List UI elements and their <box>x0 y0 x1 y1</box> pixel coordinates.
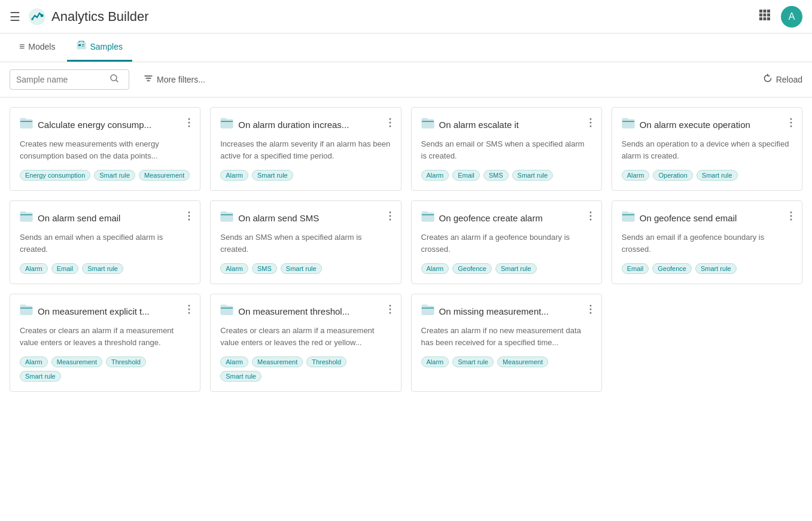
svg-point-1 <box>41 14 44 17</box>
card-header: On geofence create alarm <box>421 211 592 226</box>
card-description: Sends an email or SMS when a specified a… <box>421 138 592 162</box>
tag: Alarm <box>20 357 48 367</box>
svg-rect-5 <box>767 10 770 13</box>
filter-button[interactable]: More filters... <box>136 70 212 89</box>
card-description: Creates an alarm if a geofence boundary … <box>421 231 592 255</box>
svg-rect-13 <box>78 44 81 46</box>
card-menu-icon[interactable] <box>790 117 792 131</box>
card-title-row: On alarm send email <box>20 211 188 226</box>
filter-icon <box>144 74 153 86</box>
svg-rect-3 <box>759 10 762 13</box>
svg-point-30 <box>790 126 792 127</box>
svg-rect-14 <box>82 44 84 45</box>
tag: Operation <box>653 170 692 181</box>
tag: Smart rule <box>281 263 322 274</box>
card-menu-icon[interactable] <box>589 211 592 224</box>
card-card-9[interactable]: On measurement explicit t... Creates or … <box>10 294 200 392</box>
tag: Email <box>51 263 79 274</box>
card-tags: AlarmEmailSMSSmart rule <box>421 170 592 181</box>
card-card-4[interactable]: On alarm execute operation Sends an oper… <box>612 107 802 191</box>
hamburger-icon[interactable]: ☰ <box>10 10 20 24</box>
card-card-2[interactable]: On alarm duration increas... Increases t… <box>210 107 401 191</box>
card-header: On geofence send email <box>622 211 792 226</box>
card-title-row: On measurement explicit t... <box>20 304 188 319</box>
card-title: On measurement threshol... <box>238 306 349 318</box>
card-header: On alarm escalate it <box>421 117 592 132</box>
user-avatar[interactable]: A <box>781 6 802 28</box>
card-title-row: On geofence create alarm <box>421 211 589 226</box>
card-menu-icon[interactable] <box>188 211 190 224</box>
tab-samples[interactable]: Samples <box>67 33 132 62</box>
folder-icon <box>20 211 33 226</box>
card-card-6[interactable]: On alarm send SMS Sends an SMS when a sp… <box>210 200 401 284</box>
tag: Smart rule <box>697 170 738 181</box>
card-card-1[interactable]: Calculate energy consump... Creates new … <box>10 107 200 191</box>
card-menu-icon[interactable] <box>188 117 190 131</box>
card-menu-icon[interactable] <box>389 117 391 131</box>
folder-icon <box>421 211 434 226</box>
card-title: On missing measurement... <box>439 306 549 318</box>
tag: Smart rule <box>252 170 293 181</box>
tag: Alarm <box>421 170 449 181</box>
card-description: Creates new measurements with energy con… <box>20 138 190 162</box>
card-menu-icon[interactable] <box>389 211 391 224</box>
card-card-3[interactable]: On alarm escalate it Sends an email or S… <box>411 107 602 191</box>
folder-icon <box>20 304 33 319</box>
tag: Smart rule <box>512 170 554 181</box>
tag: Smart rule <box>94 170 135 181</box>
svg-point-47 <box>389 309 391 310</box>
card-card-5[interactable]: On alarm send email Sends an email when … <box>10 200 200 284</box>
search-input[interactable] <box>16 75 106 84</box>
card-card-8[interactable]: On geofence send email Sends an email if… <box>612 200 802 284</box>
tag: Measurement <box>139 170 190 181</box>
card-title: On alarm send SMS <box>238 212 319 224</box>
models-tab-icon: ≡ <box>19 41 25 52</box>
svg-rect-8 <box>767 14 770 17</box>
svg-point-33 <box>188 219 190 221</box>
svg-rect-9 <box>759 17 762 20</box>
tab-models[interactable]: ≡ Models <box>10 34 65 61</box>
tag: Energy consumption <box>20 170 90 181</box>
card-tags: Energy consumptionSmart ruleMeasurement <box>20 170 190 181</box>
svg-point-29 <box>790 122 792 124</box>
tag: Smart rule <box>452 357 494 367</box>
reload-button[interactable]: Reload <box>763 74 802 86</box>
search-box[interactable] <box>10 69 129 90</box>
card-menu-icon[interactable] <box>790 211 792 224</box>
svg-point-41 <box>790 215 792 217</box>
card-description: Creates or clears an alarm if a measurem… <box>20 325 190 348</box>
card-header: Calculate energy consump... <box>20 117 190 132</box>
tag: Smart rule <box>220 371 261 382</box>
card-menu-icon[interactable] <box>589 304 592 318</box>
card-card-7[interactable]: On geofence create alarm Creates an alar… <box>411 200 602 284</box>
svg-rect-10 <box>764 17 767 20</box>
card-description: Creates an alarm if no new measurement d… <box>421 325 592 348</box>
reload-label: Reload <box>776 75 802 84</box>
folder-icon <box>622 211 635 226</box>
svg-point-46 <box>389 305 391 307</box>
card-header: On alarm send SMS <box>220 211 391 226</box>
svg-point-35 <box>389 215 391 217</box>
card-tags: AlarmMeasurementThresholdSmart rule <box>20 357 190 382</box>
card-title-row: On missing measurement... <box>421 304 589 319</box>
svg-line-17 <box>116 80 118 82</box>
card-description: Sends an SMS when a specified alarm is c… <box>220 231 391 255</box>
card-title: Calculate energy consump... <box>38 119 151 131</box>
tag: Measurement <box>252 357 303 367</box>
tag: Alarm <box>622 170 650 181</box>
tag: Threshold <box>106 357 146 367</box>
card-menu-icon[interactable] <box>589 117 592 131</box>
svg-point-34 <box>389 212 391 214</box>
card-menu-icon[interactable] <box>188 304 190 318</box>
card-title: On alarm duration increas... <box>238 119 349 131</box>
tag: Alarm <box>220 170 248 181</box>
card-card-11[interactable]: On missing measurement... Creates an ala… <box>411 294 602 392</box>
card-description: Sends an email when a specified alarm is… <box>20 231 190 255</box>
app-header: ☰ Analytics Builder <box>0 0 812 33</box>
tag: Measurement <box>51 357 102 367</box>
card-card-10[interactable]: On measurement threshol... Creates or cl… <box>210 294 401 392</box>
tag: SMS <box>483 170 509 181</box>
folder-icon <box>220 304 233 319</box>
card-menu-icon[interactable] <box>389 304 391 318</box>
grid-icon[interactable] <box>758 8 771 25</box>
